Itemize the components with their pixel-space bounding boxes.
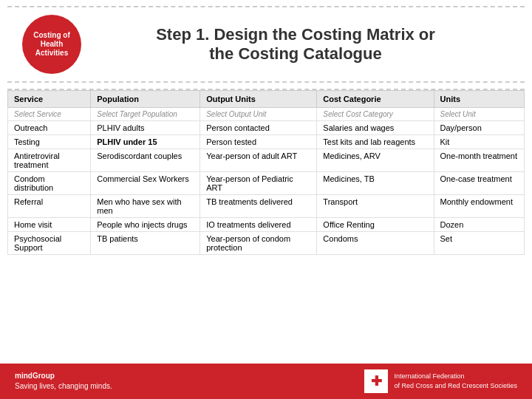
subrow-cost: Select Cost Category — [317, 108, 434, 121]
costing-table: Service Population Output Units Cost Cat… — [7, 90, 525, 255]
cell-output: IO treatments delivered — [200, 218, 317, 232]
table-subheader-row: Select Service Select Target Population … — [8, 108, 525, 121]
cell-output: Person tested — [200, 135, 317, 149]
cell-population: PLHIV under 15 — [91, 135, 200, 149]
cell-output: TB treatments delivered — [200, 195, 317, 218]
cell-service: Outreach — [8, 121, 91, 135]
table-row: Referral Men who have sex with men TB tr… — [8, 195, 525, 218]
cell-cost: Medicines, TB — [317, 172, 434, 195]
cell-cost: Office Renting — [317, 218, 434, 232]
cell-service: Psychosocial Support — [8, 232, 91, 255]
cell-units: Set — [434, 232, 525, 255]
col-header-units: Units — [434, 91, 525, 108]
cell-units: Monthly endowment — [434, 195, 525, 218]
header: Costing of Health Activities Step 1. Des… — [7, 6, 525, 83]
cell-units: One-case treatment — [434, 172, 525, 195]
cell-service: Condom distribution — [8, 172, 91, 195]
cell-population: Commercial Sex Workers — [91, 172, 200, 195]
cell-units: Kit — [434, 135, 525, 149]
cell-service: Referral — [8, 195, 91, 218]
cell-cost: Condoms — [317, 232, 434, 255]
cell-output: Year-person of condom protection — [200, 232, 317, 255]
cell-cost: Salaries and wages — [317, 121, 434, 135]
cell-output: Year-person of Pediatric ART — [200, 172, 317, 195]
cell-cost: Test kits and lab reagents — [317, 135, 434, 149]
table-row: Psychosocial Support TB patients Year-pe… — [8, 232, 525, 255]
table-row: Condom distribution Commercial Sex Worke… — [8, 172, 525, 195]
footer-left: mindGroup Saving lives, changing minds. — [15, 371, 112, 392]
cell-service: Home visit — [8, 218, 91, 232]
subrow-units: Select Unit — [434, 108, 525, 121]
cell-population: Serodiscordant couples — [91, 149, 200, 172]
circle-logo: Costing of Health Activities — [22, 15, 81, 74]
col-header-population: Population — [91, 91, 200, 108]
cell-service: Antiretroviral treatment — [8, 149, 91, 172]
cell-cost: Medicines, ARV — [317, 149, 434, 172]
footer-tagline: Saving lives, changing minds. — [15, 381, 112, 392]
col-header-service: Service — [8, 91, 91, 108]
cell-units: Day/person — [434, 121, 525, 135]
table-row: Outreach PLHIV adults Person contacted S… — [8, 121, 525, 135]
footer-brand: mindGroup — [15, 371, 112, 381]
table-container: Service Population Output Units Cost Cat… — [7, 89, 525, 255]
cell-population: People who injects drugs — [91, 218, 200, 232]
cell-population: Men who have sex with men — [91, 195, 200, 218]
cell-service: Testing — [8, 135, 91, 149]
red-cross-emblem: ✚ — [364, 369, 388, 393]
col-header-output: Output Units — [200, 91, 317, 108]
footer: mindGroup Saving lives, changing minds. … — [0, 364, 532, 399]
table-row: Testing PLHIV under 15 Person tested Tes… — [8, 135, 525, 149]
cell-population: PLHIV adults — [91, 121, 200, 135]
subrow-service: Select Service — [8, 108, 91, 121]
cell-output: Person contacted — [200, 121, 317, 135]
cell-output: Year-person of adult ART — [200, 149, 317, 172]
cell-units: Dozen — [434, 218, 525, 232]
footer-org-text: International Federation of Red Cross an… — [394, 372, 517, 390]
footer-right: ✚ International Federation of Red Cross … — [364, 369, 517, 393]
col-header-cost: Cost Categorie — [317, 91, 434, 108]
cell-units: One-month treatment — [434, 149, 525, 172]
table-row: Antiretroviral treatment Serodiscordant … — [8, 149, 525, 172]
cell-cost: Transport — [317, 195, 434, 218]
cell-population: TB patients — [91, 232, 200, 255]
table-header-row: Service Population Output Units Cost Cat… — [8, 91, 525, 108]
subrow-output: Select Output Unit — [200, 108, 317, 121]
table-row: Home visit People who injects drugs IO t… — [8, 218, 525, 232]
header-title: Step 1. Design the Costing Matrix or the… — [81, 25, 510, 64]
subrow-population: Select Target Population — [91, 108, 200, 121]
